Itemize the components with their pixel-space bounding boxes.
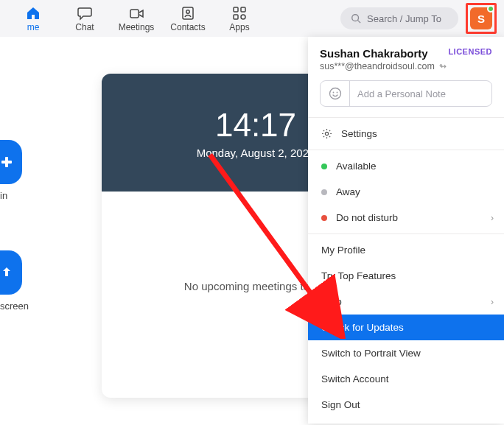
search-placeholder: Search / Jump To [367, 13, 441, 24]
menu-label: Help [321, 296, 342, 307]
tab-label: Chat [75, 22, 94, 32]
svg-point-2 [186, 10, 189, 13]
menu-label: Try Top Features [321, 270, 396, 281]
profile-avatar-button[interactable]: S [466, 3, 497, 34]
svg-rect-10 [1, 161, 12, 164]
chevron-right-icon: › [491, 297, 494, 307]
profile-dropdown: Sushan Chakraborty LICENSED sus***@thean… [308, 37, 504, 424]
share-up-icon [0, 264, 15, 281]
tab-chat[interactable]: Chat [59, 0, 111, 37]
status-dot-green-icon [321, 164, 327, 169]
status-dnd[interactable]: Do not disturb › [308, 205, 504, 231]
menu-my-profile[interactable]: My Profile [308, 237, 504, 263]
menu-check-for-updates[interactable]: Check for Updates [308, 315, 504, 340]
tab-label: Apps [229, 22, 249, 32]
menu-label: My Profile [321, 245, 365, 256]
avatar: S [470, 7, 492, 29]
svg-point-7 [352, 15, 359, 21]
status-away[interactable]: Away [308, 179, 504, 205]
svg-point-13 [336, 92, 337, 94]
share-screen-button[interactable] [0, 250, 22, 295]
svg-rect-3 [234, 7, 238, 12]
status-available[interactable]: Available [308, 153, 504, 179]
svg-point-14 [325, 132, 328, 135]
share-label: screen [0, 301, 29, 312]
tab-contacts[interactable]: Contacts [162, 0, 214, 37]
status-label: Available [336, 161, 377, 172]
tab-label: Contacts [170, 22, 205, 32]
svg-rect-5 [234, 15, 238, 19]
top-toolbar: me Chat Meetings Contacts Apps Search / … [0, 0, 504, 37]
menu-switch-portrait[interactable]: Switch to Portrait View [308, 340, 504, 366]
presence-dot-icon [487, 5, 494, 13]
gear-icon [321, 128, 332, 139]
search-input[interactable]: Search / Jump To [340, 7, 458, 29]
profile-name: Sushan Chakraborty [320, 47, 428, 60]
menu-label: Switch Account [321, 373, 389, 384]
tab-home[interactable]: me [7, 0, 59, 37]
svg-rect-0 [130, 10, 139, 18]
menu-label: Check for Updates [321, 322, 404, 333]
contacts-icon [181, 4, 195, 22]
svg-point-12 [332, 92, 334, 94]
avatar-initial: S [477, 13, 485, 25]
menu-help[interactable]: Help › [308, 289, 504, 315]
status-label: Away [336, 186, 360, 197]
meetings-icon [128, 4, 144, 22]
svg-point-6 [241, 15, 245, 19]
search-icon [351, 13, 361, 24]
menu-label: Settings [341, 128, 377, 139]
personal-note-input[interactable]: Add a Personal Note [320, 80, 492, 107]
home-icon [25, 4, 41, 22]
apps-icon [232, 4, 247, 22]
status-dot-red-icon [321, 215, 327, 221]
chevron-right-icon: › [491, 213, 494, 223]
license-badge: LICENSED [448, 47, 492, 56]
hide-icon: ↬ [439, 61, 447, 71]
svg-point-11 [329, 88, 340, 99]
svg-line-8 [358, 21, 361, 24]
menu-try-top-features[interactable]: Try Top Features [308, 263, 504, 289]
tab-meetings[interactable]: Meetings [111, 0, 162, 37]
menu-switch-account[interactable]: Switch Account [308, 366, 504, 392]
status-label: Do not disturb [336, 212, 398, 223]
clock-date: Monday, August 2, 2021 [197, 147, 315, 159]
menu-label: Switch to Portrait View [321, 348, 421, 359]
tab-apps[interactable]: Apps [214, 0, 265, 37]
status-dot-grey-icon [321, 189, 327, 195]
menu-label: Sign Out [321, 399, 360, 410]
tab-label: me [27, 22, 40, 32]
menu-settings[interactable]: Settings [308, 121, 504, 147]
profile-email: sus***@theandroidsoul.com [320, 61, 435, 71]
tab-label: Meetings [119, 22, 155, 32]
join-button[interactable] [0, 140, 22, 184]
svg-rect-4 [241, 7, 245, 12]
plus-icon [0, 154, 15, 170]
menu-sign-out[interactable]: Sign Out [308, 392, 504, 418]
chat-icon [77, 4, 93, 22]
note-placeholder: Add a Personal Note [350, 88, 491, 99]
profile-header: Sushan Chakraborty LICENSED sus***@thean… [308, 37, 504, 114]
emoji-icon[interactable] [321, 81, 350, 106]
clock-time: 14:17 [215, 107, 296, 144]
join-label: in [0, 190, 7, 201]
